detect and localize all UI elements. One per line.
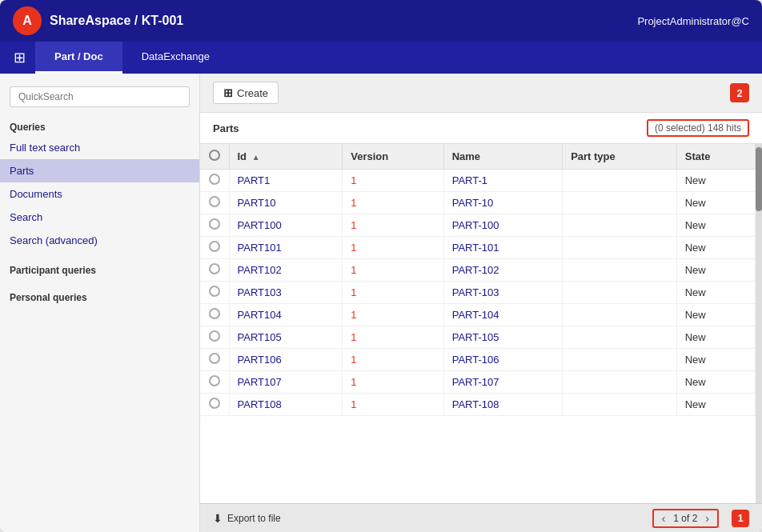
row-name[interactable]: PART-104 bbox=[443, 304, 562, 326]
row-name[interactable]: PART-103 bbox=[443, 282, 562, 304]
parts-header: Parts (0 selected) 148 hits bbox=[200, 113, 762, 144]
row-name[interactable]: PART-107 bbox=[443, 371, 562, 394]
plus-icon: ⊞ bbox=[223, 86, 233, 99]
row-state: New bbox=[676, 282, 755, 304]
row-part-type bbox=[563, 371, 677, 394]
row-select[interactable] bbox=[200, 237, 229, 259]
create-button[interactable]: ⊞ Create bbox=[213, 82, 279, 104]
prev-page-button[interactable]: ‹ bbox=[660, 512, 668, 525]
table-row[interactable]: PART106 1 PART-106 New bbox=[200, 349, 756, 371]
row-part-type bbox=[563, 237, 677, 259]
row-part-type bbox=[563, 394, 677, 416]
sidebar-item-search[interactable]: Search bbox=[0, 206, 199, 229]
row-id[interactable]: PART108 bbox=[229, 394, 343, 416]
table-wrapper: Parts (0 selected) 148 hits bbox=[200, 113, 762, 503]
row-version: 1 bbox=[343, 237, 443, 259]
row-select[interactable] bbox=[200, 326, 229, 349]
scrollbar-thumb[interactable] bbox=[756, 147, 762, 211]
quick-search-input[interactable] bbox=[10, 86, 190, 107]
badge-1: 1 bbox=[732, 510, 749, 527]
row-name[interactable]: PART-100 bbox=[443, 214, 562, 237]
table-row[interactable]: PART103 1 PART-103 New bbox=[200, 282, 756, 304]
row-version: 1 bbox=[343, 371, 443, 394]
col-part-type: Part type bbox=[563, 144, 677, 170]
sidebar-item-documents[interactable]: Documents bbox=[0, 182, 199, 206]
row-part-type bbox=[563, 326, 677, 349]
sidebar-item-full-text-search[interactable]: Full text search bbox=[0, 136, 199, 159]
parts-title: Parts bbox=[213, 122, 647, 134]
row-version: 1 bbox=[343, 326, 443, 349]
row-id[interactable]: PART103 bbox=[229, 282, 343, 304]
tab-data-exchange[interactable]: DataExchange bbox=[122, 42, 229, 74]
table-row[interactable]: PART101 1 PART-101 New bbox=[200, 237, 756, 259]
table-body: PART1 1 PART-1 New PART10 1 PART-10 New … bbox=[200, 170, 756, 416]
parts-table: Id ▲ Version Name bbox=[200, 144, 756, 416]
scrollbar-track[interactable] bbox=[756, 144, 762, 503]
row-id[interactable]: PART105 bbox=[229, 326, 343, 349]
row-part-type bbox=[563, 259, 677, 282]
row-state: New bbox=[676, 192, 755, 214]
table-row[interactable]: PART107 1 PART-107 New bbox=[200, 371, 756, 394]
app-grid-icon[interactable]: ⊞ bbox=[3, 42, 35, 74]
row-select[interactable] bbox=[200, 170, 229, 192]
row-version: 1 bbox=[343, 214, 443, 237]
row-id[interactable]: PART104 bbox=[229, 304, 343, 326]
table-row[interactable]: PART108 1 PART-108 New bbox=[200, 394, 756, 416]
row-select[interactable] bbox=[200, 214, 229, 237]
table-row[interactable]: PART102 1 PART-102 New bbox=[200, 259, 756, 282]
row-id[interactable]: PART101 bbox=[229, 237, 343, 259]
row-name[interactable]: PART-1 bbox=[443, 170, 562, 192]
row-name[interactable]: PART-102 bbox=[443, 259, 562, 282]
col-id[interactable]: Id ▲ bbox=[229, 144, 343, 170]
row-id[interactable]: PART100 bbox=[229, 214, 343, 237]
sidebar: Queries Full text search Parts Documents… bbox=[0, 74, 200, 532]
sort-arrow-icon: ▲ bbox=[252, 153, 260, 162]
row-version: 1 bbox=[343, 259, 443, 282]
row-part-type bbox=[563, 214, 677, 237]
table-row[interactable]: PART100 1 PART-100 New bbox=[200, 214, 756, 237]
row-select[interactable] bbox=[200, 259, 229, 282]
col-name: Name bbox=[443, 144, 562, 170]
row-name[interactable]: PART-10 bbox=[443, 192, 562, 214]
row-state: New bbox=[676, 214, 755, 237]
row-id[interactable]: PART10 bbox=[229, 192, 343, 214]
app-logo: A bbox=[13, 6, 42, 35]
quick-search-wrapper bbox=[0, 83, 199, 117]
row-select[interactable] bbox=[200, 371, 229, 394]
table-row[interactable]: PART104 1 PART-104 New bbox=[200, 304, 756, 326]
row-state: New bbox=[676, 326, 755, 349]
header-title: ShareAspace / KT-001 bbox=[50, 14, 637, 28]
table-row[interactable]: PART10 1 PART-10 New bbox=[200, 192, 756, 214]
table-row[interactable]: PART1 1 PART-1 New bbox=[200, 170, 756, 192]
data-table[interactable]: Id ▲ Version Name bbox=[200, 144, 756, 503]
row-id[interactable]: PART102 bbox=[229, 259, 343, 282]
row-state: New bbox=[676, 349, 755, 371]
row-name[interactable]: PART-105 bbox=[443, 326, 562, 349]
next-page-button[interactable]: › bbox=[704, 512, 711, 525]
app-container: A ShareAspace / KT-001 ProjectAdministra… bbox=[0, 0, 762, 532]
table-row[interactable]: PART105 1 PART-105 New bbox=[200, 326, 756, 349]
row-id[interactable]: PART107 bbox=[229, 371, 343, 394]
sidebar-item-search-advanced[interactable]: Search (advanced) bbox=[0, 229, 199, 252]
export-button[interactable]: ⬇ Export to file bbox=[213, 512, 281, 525]
col-version: Version bbox=[343, 144, 443, 170]
row-select[interactable] bbox=[200, 192, 229, 214]
sidebar-item-parts[interactable]: Parts bbox=[0, 159, 199, 182]
row-name[interactable]: PART-108 bbox=[443, 394, 562, 416]
row-name[interactable]: PART-106 bbox=[443, 349, 562, 371]
tab-part-doc[interactable]: Part / Doc bbox=[35, 42, 122, 74]
pagination-text: 1 of 2 bbox=[673, 513, 697, 524]
row-id[interactable]: PART1 bbox=[229, 170, 343, 192]
row-select[interactable] bbox=[200, 304, 229, 326]
row-id[interactable]: PART106 bbox=[229, 349, 343, 371]
row-version: 1 bbox=[343, 394, 443, 416]
row-part-type bbox=[563, 170, 677, 192]
row-select[interactable] bbox=[200, 394, 229, 416]
row-name[interactable]: PART-101 bbox=[443, 237, 562, 259]
queries-section-title: Queries bbox=[0, 117, 199, 136]
row-select[interactable] bbox=[200, 349, 229, 371]
row-select[interactable] bbox=[200, 282, 229, 304]
row-part-type bbox=[563, 304, 677, 326]
select-all-radio[interactable] bbox=[209, 150, 220, 161]
row-version: 1 bbox=[343, 349, 443, 371]
